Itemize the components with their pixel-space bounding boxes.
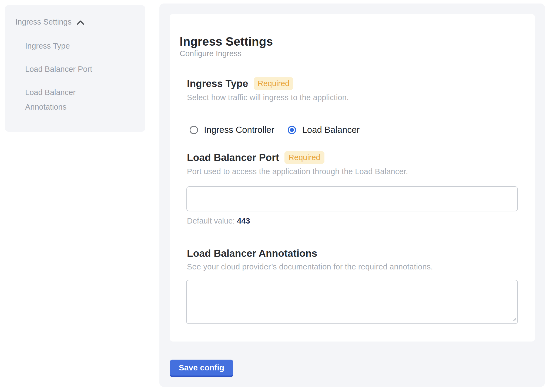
sidebar-item-load-balancer-annotations[interactable]: Load Balancer Annotations [25,85,114,114]
required-badge: Required [284,151,324,164]
radio-load-balancer[interactable] [288,126,296,134]
radio-label-ingress-controller: Ingress Controller [204,125,274,135]
default-value-label: Default value: [187,217,235,225]
load-balancer-port-input[interactable] [186,186,518,211]
sidebar-item-ingress-type[interactable]: Ingress Type [25,39,70,53]
annotations-textarea-wrap [186,280,518,324]
section-load-balancer-port: Load Balancer Port Required Port used to… [187,151,519,176]
ingress-type-label: Ingress Type [187,78,248,89]
load-balancer-annotations-textarea[interactable] [186,280,518,324]
ingress-settings-card: Ingress Settings Configure Ingress Ingre… [170,14,535,342]
ingress-type-description: Select how traffic will ingress to the a… [187,93,519,102]
sidebar-item-load-balancer-port[interactable]: Load Balancer Port [25,62,92,76]
sidebar-section-ingress-settings[interactable]: Ingress Settings [15,18,85,26]
default-value-helper: Default value:443 [187,217,250,225]
default-value: 443 [237,217,250,225]
sidebar-section-label: Ingress Settings [15,18,72,26]
load-balancer-port-label: Load Balancer Port [187,152,279,163]
radio-option-load-balancer[interactable]: Load Balancer [288,125,360,135]
radio-option-ingress-controller[interactable]: Ingress Controller [190,125,274,135]
load-balancer-port-description: Port used to access the application thro… [187,167,519,176]
page-subtitle: Configure Ingress [180,49,242,58]
page-title: Ingress Settings [180,35,273,48]
save-config-button[interactable]: Save config [170,360,233,377]
section-ingress-type: Ingress Type Required Select how traffic… [187,77,519,135]
radio-ingress-controller[interactable] [190,126,198,134]
settings-nav-sidebar: Ingress Settings Ingress Type Load Balan… [5,5,145,132]
section-load-balancer-annotations: Load Balancer Annotations See your cloud… [187,248,519,271]
ingress-settings-panel: Ingress Settings Configure Ingress Ingre… [159,4,545,387]
load-balancer-annotations-description: See your cloud provider’s documentation … [187,262,519,271]
required-badge: Required [254,77,294,90]
chevron-up-icon [76,20,85,25]
ingress-type-radio-group: Ingress Controller Load Balancer [190,125,519,135]
radio-label-load-balancer: Load Balancer [302,125,360,135]
load-balancer-annotations-label: Load Balancer Annotations [187,248,317,259]
